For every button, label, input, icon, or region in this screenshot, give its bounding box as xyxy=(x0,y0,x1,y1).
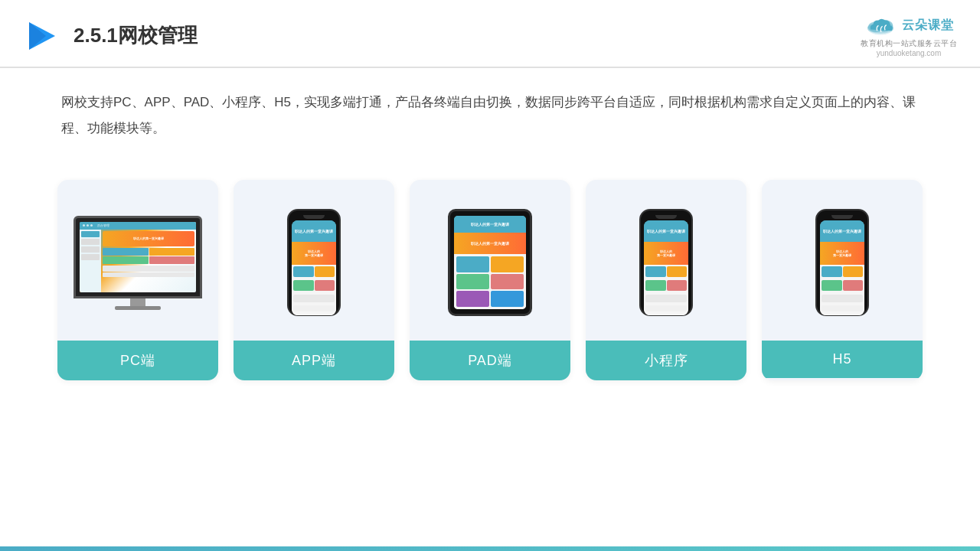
pc-mockup: 后台管理 职达人的第一堂兴趣课 xyxy=(69,216,207,310)
cloud-icon xyxy=(864,14,897,37)
svg-marker-1 xyxy=(29,22,46,50)
logo-arrow-icon xyxy=(23,18,60,54)
card-pad-label: PAD端 xyxy=(410,341,570,380)
card-miniprogram-image: 职达人的第一堂兴趣课 职达人的第一堂兴趣课 xyxy=(586,180,746,341)
brand-logo: 云朵课堂 xyxy=(864,14,954,37)
description-text: 网校支持PC、APP、PAD、小程序、H5，实现多端打通，产品各终端自由切换，数… xyxy=(0,68,980,157)
cards-container: 后台管理 职达人的第一堂兴趣课 xyxy=(0,165,980,403)
card-pc-image: 后台管理 职达人的第一堂兴趣课 xyxy=(57,180,218,341)
phone-miniprogram-mockup: 职达人的第一堂兴趣课 职达人的第一堂兴趣课 xyxy=(639,209,693,316)
brand-tagline: 教育机构一站式服务云平台 xyxy=(861,38,957,49)
brand-logo-area: 云朵课堂 教育机构一站式服务云平台 yunduoketang.com xyxy=(861,14,957,57)
header-left: 2.5.1网校管理 xyxy=(23,18,198,54)
phone-app-mockup: 职达人的第一堂兴趣课 职达人的第一堂兴趣课 xyxy=(287,209,341,316)
card-pc: 后台管理 职达人的第一堂兴趣课 xyxy=(57,180,218,380)
tablet-mockup: 职达人的第一堂兴趣课 职达人的第一堂兴趣课 xyxy=(448,209,532,316)
page-title: 2.5.1网校管理 xyxy=(74,22,198,49)
card-h5-image: 职达人的第一堂兴趣课 职达人的第一堂兴趣课 xyxy=(762,180,923,341)
bottom-bar xyxy=(0,546,980,551)
card-pc-label: PC端 xyxy=(57,341,218,380)
card-pad: 职达人的第一堂兴趣课 职达人的第一堂兴趣课 PAD端 xyxy=(410,180,570,380)
card-app-image: 职达人的第一堂兴趣课 职达人的第一堂兴趣课 xyxy=(234,180,394,341)
card-h5: 职达人的第一堂兴趣课 职达人的第一堂兴趣课 H5 xyxy=(762,180,923,380)
header: 2.5.1网校管理 云朵课堂 教育机构一站式服务云平台 yunduoketang… xyxy=(0,0,980,68)
card-miniprogram-label: 小程序 xyxy=(586,341,746,380)
phone-h5-mockup: 职达人的第一堂兴趣课 职达人的第一堂兴趣课 xyxy=(815,209,869,316)
brand-url: yunduoketang.com xyxy=(877,49,942,57)
brand-name: 云朵课堂 xyxy=(902,18,954,34)
card-app-label: APP端 xyxy=(234,341,394,380)
card-app: 职达人的第一堂兴趣课 职达人的第一堂兴趣课 APP端 xyxy=(234,180,394,380)
card-miniprogram: 职达人的第一堂兴趣课 职达人的第一堂兴趣课 小程序 xyxy=(586,180,746,380)
card-h5-label: H5 xyxy=(762,341,923,378)
card-pad-image: 职达人的第一堂兴趣课 职达人的第一堂兴趣课 xyxy=(410,180,570,341)
